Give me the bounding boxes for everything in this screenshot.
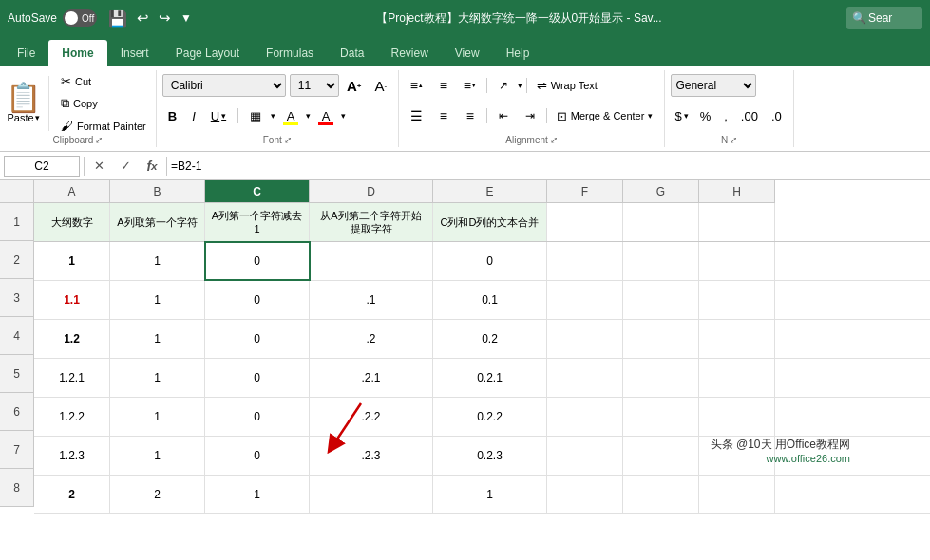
col-header-b[interactable]: B: [110, 180, 205, 203]
dollar-dropdown-icon[interactable]: ▾: [684, 111, 689, 121]
cell-g2[interactable]: [623, 242, 699, 280]
increase-decimal-button[interactable]: .00: [735, 104, 764, 127]
cell-c8[interactable]: 1: [205, 476, 310, 513]
percent-button[interactable]: %: [694, 104, 717, 127]
cell-h6[interactable]: [699, 398, 775, 436]
col-header-h[interactable]: H: [699, 180, 775, 203]
bold-button[interactable]: B: [162, 104, 182, 127]
cell-b6[interactable]: 1: [110, 398, 205, 436]
cell-e8[interactable]: 1: [433, 476, 547, 513]
cell-g7[interactable]: [623, 437, 699, 475]
tab-insert[interactable]: Insert: [107, 40, 162, 66]
cancel-formula-button[interactable]: ✕: [88, 156, 109, 177]
col-header-a[interactable]: A: [34, 180, 110, 203]
comma-button[interactable]: ,: [718, 104, 733, 127]
decrease-decimal-button[interactable]: .0: [766, 104, 788, 127]
font-name-select[interactable]: Calibri: [162, 74, 286, 97]
fill-dropdown-icon[interactable]: ▾: [306, 111, 311, 121]
cell-a7[interactable]: 1.2.3: [34, 437, 110, 475]
align-left-button[interactable]: ☰: [405, 104, 429, 127]
cell-a6[interactable]: 1.2.2: [34, 398, 110, 436]
copy-button[interactable]: ⧉ Copy: [57, 94, 150, 113]
cell-f6[interactable]: [547, 398, 623, 436]
row-header-2[interactable]: 2: [0, 241, 34, 279]
cell-c3[interactable]: 0: [205, 281, 310, 319]
cell-a5[interactable]: 1.2.1: [34, 359, 110, 397]
cell-d2[interactable]: [310, 242, 433, 280]
cell-e2[interactable]: 0: [433, 242, 547, 280]
cell-d1[interactable]: 从A列第二个字符开始提取字符: [310, 203, 433, 241]
cell-f8[interactable]: [547, 476, 623, 513]
cell-h3[interactable]: [699, 281, 775, 319]
underline-dropdown-icon[interactable]: ▾: [221, 111, 226, 121]
cell-g1[interactable]: [623, 203, 699, 241]
align-middle-button[interactable]: ≡: [431, 74, 456, 97]
tab-page-layout[interactable]: Page Layout: [162, 40, 253, 66]
col-header-g[interactable]: G: [623, 180, 699, 203]
col-header-e[interactable]: E: [433, 180, 547, 203]
search-box[interactable]: 🔍 Sear: [846, 7, 922, 29]
cell-e5[interactable]: 0.2.1: [433, 359, 547, 397]
align-center-button[interactable]: ≡: [431, 104, 456, 127]
decrease-indent-button[interactable]: ⇤: [491, 104, 516, 127]
cell-f5[interactable]: [547, 359, 623, 397]
cell-e6[interactable]: 0.2.2: [433, 398, 547, 436]
cell-c2[interactable]: 0: [205, 242, 310, 280]
alignment-expand-icon[interactable]: ⤢: [550, 135, 558, 145]
row-header-8[interactable]: 8: [0, 469, 34, 507]
cell-b2[interactable]: 1: [110, 242, 205, 280]
col-header-c[interactable]: C: [205, 180, 310, 203]
align-bottom-button[interactable]: ≡▼: [458, 74, 483, 97]
cell-g6[interactable]: [623, 398, 699, 436]
cell-h2[interactable]: [699, 242, 775, 280]
cell-d3[interactable]: .1: [310, 281, 433, 319]
undo-icon[interactable]: ↩: [137, 9, 149, 27]
cell-d6[interactable]: .2.2: [310, 398, 433, 436]
font-size-select[interactable]: 11: [290, 74, 339, 97]
merge-center-button[interactable]: ⊡ Merge & Center ▾: [551, 106, 659, 126]
cell-g4[interactable]: [623, 320, 699, 358]
cell-b8[interactable]: 2: [110, 476, 205, 513]
italic-button[interactable]: I: [186, 104, 201, 127]
col-header-d[interactable]: D: [310, 180, 433, 203]
cell-f2[interactable]: [547, 242, 623, 280]
row-header-1[interactable]: 1: [0, 203, 34, 241]
row-header-3[interactable]: 3: [0, 279, 34, 317]
cell-d7[interactable]: .2.3: [310, 437, 433, 475]
cell-b4[interactable]: 1: [110, 320, 205, 358]
cell-h4[interactable]: [699, 320, 775, 358]
tab-help[interactable]: Help: [493, 40, 543, 66]
tab-data[interactable]: Data: [327, 40, 377, 66]
cell-a8[interactable]: 2: [34, 476, 110, 513]
formula-input[interactable]: [171, 159, 926, 173]
autosave-toggle[interactable]: Off: [63, 9, 97, 27]
merge-dropdown-icon[interactable]: ▾: [648, 111, 653, 121]
cut-button[interactable]: ✂ Cut: [57, 72, 150, 90]
confirm-formula-button[interactable]: ✓: [115, 156, 136, 177]
font-color-button[interactable]: A: [314, 104, 337, 127]
number-format-select[interactable]: General: [671, 74, 756, 97]
cell-reference-input[interactable]: [4, 156, 80, 177]
align-top-button[interactable]: ≡▲: [405, 74, 429, 97]
font-color-dropdown-icon[interactable]: ▾: [341, 111, 346, 121]
cell-g8[interactable]: [623, 476, 699, 513]
border-dropdown-icon[interactable]: ▾: [271, 111, 275, 121]
cell-c6[interactable]: 0: [205, 398, 310, 436]
tab-home[interactable]: Home: [48, 40, 106, 66]
dollar-button[interactable]: $ ▾: [671, 104, 692, 127]
cell-a1[interactable]: 大纲数字: [34, 203, 110, 241]
redo-icon[interactable]: ↪: [159, 9, 171, 27]
cell-f4[interactable]: [547, 320, 623, 358]
cell-a4[interactable]: 1.2: [34, 320, 110, 358]
cell-b3[interactable]: 1: [110, 281, 205, 319]
col-header-f[interactable]: F: [547, 180, 623, 203]
cell-c7[interactable]: 0: [205, 437, 310, 475]
cell-f3[interactable]: [547, 281, 623, 319]
shrink-font-button[interactable]: A-: [370, 74, 392, 97]
cell-f7[interactable]: [547, 437, 623, 475]
cell-b1[interactable]: A列取第一个字符: [110, 203, 205, 241]
row-header-6[interactable]: 6: [0, 393, 34, 431]
save-icon[interactable]: 💾: [108, 9, 127, 28]
cell-d4[interactable]: .2: [310, 320, 433, 358]
cell-a2[interactable]: 1: [34, 242, 110, 280]
